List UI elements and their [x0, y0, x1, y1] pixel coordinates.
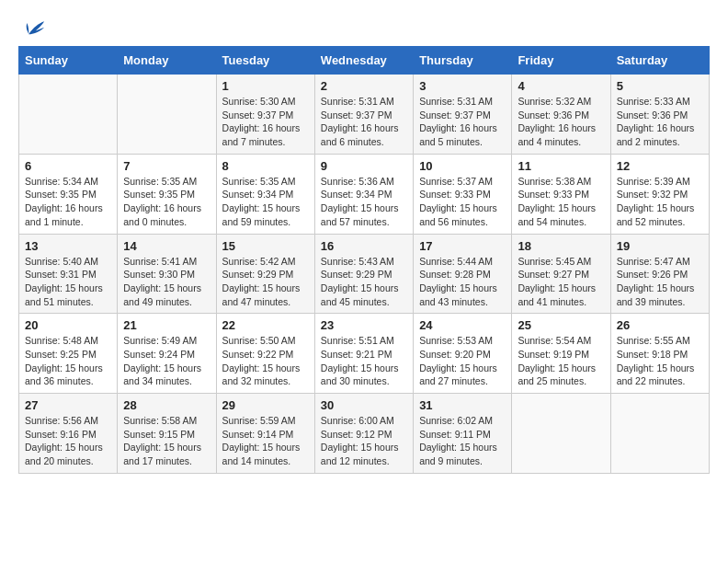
day-info: Sunrise: 5:55 AM Sunset: 9:18 PM Dayligh… [617, 334, 703, 388]
calendar-cell: 30Sunrise: 6:00 AM Sunset: 9:12 PM Dayli… [314, 394, 413, 474]
day-info: Sunrise: 5:30 AM Sunset: 9:37 PM Dayligh… [222, 95, 309, 149]
calendar-cell: 2Sunrise: 5:31 AM Sunset: 9:37 PM Daylig… [314, 75, 413, 155]
day-number: 9 [321, 159, 407, 173]
calendar-cell: 21Sunrise: 5:49 AM Sunset: 9:24 PM Dayli… [118, 314, 216, 394]
day-number: 15 [222, 239, 309, 253]
day-info: Sunrise: 5:56 AM Sunset: 9:16 PM Dayligh… [25, 414, 111, 468]
calendar-cell: 23Sunrise: 5:51 AM Sunset: 9:21 PM Dayli… [314, 314, 413, 394]
day-info: Sunrise: 5:41 AM Sunset: 9:30 PM Dayligh… [123, 255, 210, 309]
calendar-cell: 17Sunrise: 5:44 AM Sunset: 9:28 PM Dayli… [414, 234, 512, 314]
day-info: Sunrise: 5:42 AM Sunset: 9:29 PM Dayligh… [222, 255, 309, 309]
day-info: Sunrise: 5:44 AM Sunset: 9:28 PM Dayligh… [419, 255, 506, 309]
day-number: 18 [518, 239, 604, 253]
calendar-cell: 25Sunrise: 5:54 AM Sunset: 9:19 PM Dayli… [512, 314, 610, 394]
day-number: 22 [222, 318, 309, 332]
day-number: 1 [222, 79, 309, 93]
day-info: Sunrise: 5:43 AM Sunset: 9:29 PM Dayligh… [321, 255, 407, 309]
day-number: 6 [25, 159, 111, 173]
calendar-cell: 13Sunrise: 5:40 AM Sunset: 9:31 PM Dayli… [19, 234, 118, 314]
day-info: Sunrise: 5:54 AM Sunset: 9:19 PM Dayligh… [518, 334, 604, 388]
day-info: Sunrise: 6:02 AM Sunset: 9:11 PM Dayligh… [419, 414, 506, 468]
day-info: Sunrise: 5:31 AM Sunset: 9:37 PM Dayligh… [321, 95, 407, 149]
calendar-cell: 18Sunrise: 5:45 AM Sunset: 9:27 PM Dayli… [512, 234, 610, 314]
calendar-cell [512, 394, 610, 474]
calendar-cell: 28Sunrise: 5:58 AM Sunset: 9:15 PM Dayli… [118, 394, 216, 474]
day-info: Sunrise: 5:36 AM Sunset: 9:34 PM Dayligh… [321, 175, 407, 229]
day-number: 23 [321, 318, 407, 332]
day-info: Sunrise: 5:35 AM Sunset: 9:34 PM Dayligh… [222, 175, 309, 229]
day-info: Sunrise: 5:48 AM Sunset: 9:25 PM Dayligh… [25, 334, 111, 388]
calendar-cell: 26Sunrise: 5:55 AM Sunset: 9:18 PM Dayli… [610, 314, 709, 394]
calendar-cell: 6Sunrise: 5:34 AM Sunset: 9:35 PM Daylig… [19, 154, 118, 234]
day-number: 8 [222, 159, 309, 173]
calendar-cell: 31Sunrise: 6:02 AM Sunset: 9:11 PM Dayli… [414, 394, 512, 474]
calendar-cell: 5Sunrise: 5:33 AM Sunset: 9:36 PM Daylig… [610, 75, 709, 155]
page-header [18, 18, 710, 37]
day-number: 13 [25, 239, 111, 253]
calendar-table: SundayMondayTuesdayWednesdayThursdayFrid… [18, 46, 710, 474]
calendar-cell: 14Sunrise: 5:41 AM Sunset: 9:30 PM Dayli… [118, 234, 216, 314]
calendar-cell: 19Sunrise: 5:47 AM Sunset: 9:26 PM Dayli… [610, 234, 709, 314]
logo-bird-icon [20, 18, 46, 40]
day-of-week-wednesday: Wednesday [314, 47, 413, 75]
day-number: 4 [518, 79, 604, 93]
day-info: Sunrise: 5:37 AM Sunset: 9:33 PM Dayligh… [419, 175, 506, 229]
day-number: 17 [419, 239, 506, 253]
calendar-cell: 10Sunrise: 5:37 AM Sunset: 9:33 PM Dayli… [414, 154, 512, 234]
day-number: 25 [518, 318, 604, 332]
calendar-cell: 29Sunrise: 5:59 AM Sunset: 9:14 PM Dayli… [216, 394, 314, 474]
day-number: 29 [222, 398, 309, 412]
calendar-cell: 9Sunrise: 5:36 AM Sunset: 9:34 PM Daylig… [314, 154, 413, 234]
day-number: 30 [321, 398, 407, 412]
day-number: 27 [25, 398, 111, 412]
calendar-cell: 11Sunrise: 5:38 AM Sunset: 9:33 PM Dayli… [512, 154, 610, 234]
day-info: Sunrise: 5:51 AM Sunset: 9:21 PM Dayligh… [321, 334, 407, 388]
calendar-week-row: 6Sunrise: 5:34 AM Sunset: 9:35 PM Daylig… [19, 154, 710, 234]
calendar-cell: 1Sunrise: 5:30 AM Sunset: 9:37 PM Daylig… [216, 75, 314, 155]
day-number: 24 [419, 318, 506, 332]
day-number: 5 [617, 79, 703, 93]
day-info: Sunrise: 5:53 AM Sunset: 9:20 PM Dayligh… [419, 334, 506, 388]
day-info: Sunrise: 5:50 AM Sunset: 9:22 PM Dayligh… [222, 334, 309, 388]
calendar-week-row: 27Sunrise: 5:56 AM Sunset: 9:16 PM Dayli… [19, 394, 710, 474]
day-number: 11 [518, 159, 604, 173]
day-number: 3 [419, 79, 506, 93]
calendar-week-row: 20Sunrise: 5:48 AM Sunset: 9:25 PM Dayli… [19, 314, 710, 394]
day-info: Sunrise: 5:39 AM Sunset: 9:32 PM Dayligh… [617, 175, 703, 229]
day-number: 26 [617, 318, 703, 332]
day-of-week-thursday: Thursday [414, 47, 512, 75]
day-info: Sunrise: 5:31 AM Sunset: 9:37 PM Dayligh… [419, 95, 506, 149]
day-info: Sunrise: 5:35 AM Sunset: 9:35 PM Dayligh… [123, 175, 210, 229]
day-of-week-monday: Monday [118, 47, 216, 75]
day-number: 21 [123, 318, 210, 332]
logo [18, 18, 44, 37]
day-number: 2 [321, 79, 407, 93]
calendar-cell [118, 75, 216, 155]
day-of-week-sunday: Sunday [19, 47, 118, 75]
day-number: 16 [321, 239, 407, 253]
day-info: Sunrise: 5:47 AM Sunset: 9:26 PM Dayligh… [617, 255, 703, 309]
day-number: 20 [25, 318, 111, 332]
day-info: Sunrise: 5:34 AM Sunset: 9:35 PM Dayligh… [25, 175, 111, 229]
day-number: 12 [617, 159, 703, 173]
day-number: 19 [617, 239, 703, 253]
day-info: Sunrise: 6:00 AM Sunset: 9:12 PM Dayligh… [321, 414, 407, 468]
day-number: 7 [123, 159, 210, 173]
day-number: 28 [123, 398, 210, 412]
calendar-cell: 7Sunrise: 5:35 AM Sunset: 9:35 PM Daylig… [118, 154, 216, 234]
calendar-cell: 22Sunrise: 5:50 AM Sunset: 9:22 PM Dayli… [216, 314, 314, 394]
day-of-week-tuesday: Tuesday [216, 47, 314, 75]
calendar-cell: 12Sunrise: 5:39 AM Sunset: 9:32 PM Dayli… [610, 154, 709, 234]
calendar-cell: 16Sunrise: 5:43 AM Sunset: 9:29 PM Dayli… [314, 234, 413, 314]
calendar-cell: 15Sunrise: 5:42 AM Sunset: 9:29 PM Dayli… [216, 234, 314, 314]
day-of-week-saturday: Saturday [610, 47, 709, 75]
calendar-cell [610, 394, 709, 474]
day-info: Sunrise: 5:40 AM Sunset: 9:31 PM Dayligh… [25, 255, 111, 309]
calendar-cell: 4Sunrise: 5:32 AM Sunset: 9:36 PM Daylig… [512, 75, 610, 155]
day-number: 10 [419, 159, 506, 173]
calendar-cell: 24Sunrise: 5:53 AM Sunset: 9:20 PM Dayli… [414, 314, 512, 394]
calendar-cell: 8Sunrise: 5:35 AM Sunset: 9:34 PM Daylig… [216, 154, 314, 234]
day-info: Sunrise: 5:33 AM Sunset: 9:36 PM Dayligh… [617, 95, 703, 149]
calendar-header-row: SundayMondayTuesdayWednesdayThursdayFrid… [19, 47, 710, 75]
calendar-cell: 27Sunrise: 5:56 AM Sunset: 9:16 PM Dayli… [19, 394, 118, 474]
